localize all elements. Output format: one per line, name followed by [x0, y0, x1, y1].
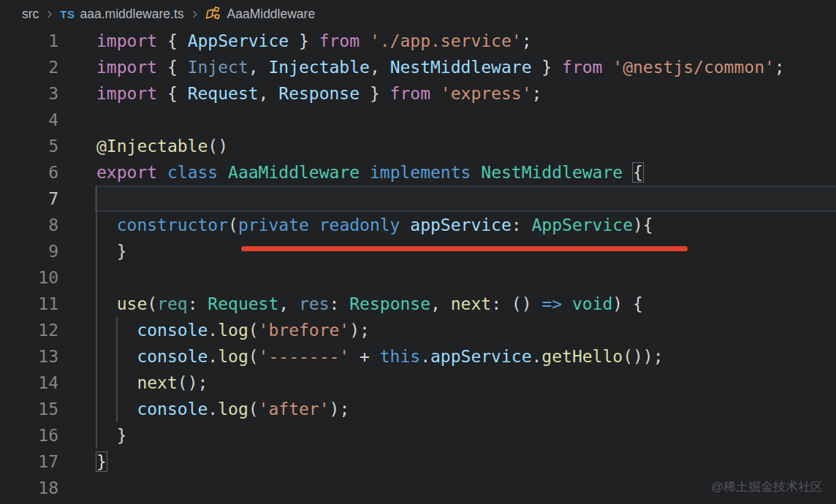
line-number[interactable]: 18	[0, 475, 58, 501]
code-line-content: use(req: Request, res: Response, next: (…	[95, 291, 836, 317]
line-number[interactable]: 5	[0, 133, 58, 159]
line-number[interactable]: 7	[0, 186, 58, 212]
code-line-15[interactable]: 15 console.log('after');	[0, 396, 836, 422]
gutter-decoration-space	[58, 238, 95, 264]
code-line-content	[95, 107, 836, 133]
code-line-content: next();	[95, 370, 836, 396]
code-line-4[interactable]: 4	[0, 107, 836, 133]
code-line-content: }	[95, 422, 836, 448]
breadcrumb: src TS aaa.middleware.ts AaaMiddleware	[0, 0, 836, 28]
code-line-12[interactable]: 12 console.log('brefore');	[0, 317, 836, 343]
gutter-decoration-space	[58, 291, 95, 317]
code-line-9[interactable]: 9 }	[0, 238, 836, 264]
gutter-decoration-space	[58, 80, 95, 107]
code-line-content: }	[95, 238, 836, 264]
gutter-decoration-space	[58, 159, 95, 186]
line-number[interactable]: 17	[0, 448, 58, 475]
indent-guide	[116, 317, 118, 422]
code-line-content: console.log('after');	[95, 396, 836, 422]
code-line-8[interactable]: 8 constructor(private readonly appServic…	[0, 212, 836, 238]
code-line-content: }	[95, 448, 836, 475]
code-line-13[interactable]: 13 console.log('-------' + this.appServi…	[0, 343, 836, 370]
code-line-content: @Injectable()	[95, 133, 836, 159]
code-line-5[interactable]: 5@Injectable()	[0, 133, 836, 159]
line-number[interactable]: 15	[0, 396, 58, 422]
code-line-content: constructor(private readonly appService:…	[95, 212, 836, 238]
watermark: @稀土掘金技术社区	[711, 478, 823, 495]
gutter-decoration-space	[58, 28, 95, 54]
code-line-content: console.log('-------' + this.appService.…	[95, 343, 836, 370]
line-number[interactable]: 1	[0, 28, 58, 54]
typescript-file-icon: TS	[60, 8, 75, 20]
line-number[interactable]: 4	[0, 107, 58, 133]
red-underline-annotation	[241, 246, 688, 251]
code-line-10[interactable]: 10	[0, 264, 836, 291]
line-number[interactable]: 13	[0, 343, 58, 370]
gutter-decoration-space	[58, 317, 95, 343]
line-number[interactable]: 10	[0, 264, 58, 291]
code-line-11[interactable]: 11 use(req: Request, res: Response, next…	[0, 291, 836, 317]
gutter-decoration-space	[58, 54, 95, 80]
code-line-6[interactable]: 6export class AaaMiddleware implements N…	[0, 159, 836, 186]
code-line-16[interactable]: 16 }	[0, 422, 836, 448]
code-line-1[interactable]: 1import { AppService } from './app.servi…	[0, 28, 836, 54]
gutter-decoration-space	[58, 186, 95, 212]
code-line-content: import { Inject, Injectable, NestMiddlew…	[95, 54, 836, 80]
gutter-decoration-space	[58, 475, 95, 501]
code-line-14[interactable]: 14 next();	[0, 370, 836, 396]
code-line-content	[95, 264, 836, 291]
indent-guide	[96, 186, 97, 448]
code-line-2[interactable]: 2import { Inject, Injectable, NestMiddle…	[0, 54, 836, 80]
breadcrumb-file[interactable]: TS aaa.middleware.ts	[60, 7, 183, 22]
line-number[interactable]: 16	[0, 422, 58, 448]
class-symbol-icon	[205, 6, 221, 22]
gutter-decoration-space	[58, 264, 95, 291]
breadcrumb-symbol-label: AaaMiddleware	[227, 7, 316, 22]
line-number[interactable]: 8	[0, 212, 58, 238]
gutter-decoration-space	[58, 133, 95, 159]
gutter-decoration-space	[58, 343, 95, 370]
line-number[interactable]: 2	[0, 54, 58, 80]
line-number[interactable]: 11	[0, 291, 58, 317]
line-number[interactable]: 3	[0, 80, 58, 107]
gutter-decoration-space	[58, 422, 95, 448]
code-line-3[interactable]: 3import { Request, Response } from 'expr…	[0, 80, 836, 107]
gutter-decoration-space	[58, 212, 95, 238]
code-line-content: export class AaaMiddleware implements Ne…	[95, 159, 836, 186]
gutter-decoration-space	[58, 396, 95, 422]
code-line-content: import { Request, Response } from 'expre…	[95, 80, 836, 107]
editor-content: 1import { AppService } from './app.servi…	[0, 28, 836, 504]
gutter-decoration-space	[58, 448, 95, 475]
chevron-right-icon	[189, 9, 200, 20]
line-number[interactable]: 12	[0, 317, 58, 343]
line-number[interactable]: 14	[0, 370, 58, 396]
chevron-right-icon	[44, 9, 55, 20]
code-line-17[interactable]: 17}	[0, 448, 836, 475]
gutter-decoration-space	[58, 370, 95, 396]
line-number[interactable]: 6	[0, 159, 58, 186]
breadcrumb-folder-label: src	[22, 7, 39, 22]
code-lines: 1import { AppService } from './app.servi…	[0, 28, 836, 501]
gutter-decoration-space	[58, 107, 95, 133]
code-line-7[interactable]: 7	[0, 186, 836, 212]
breadcrumb-file-label: aaa.middleware.ts	[80, 7, 184, 22]
code-line-content	[95, 186, 836, 212]
code-line-content: console.log('brefore');	[95, 317, 836, 343]
code-line-content: import { AppService } from './app.servic…	[95, 28, 836, 54]
line-number[interactable]: 9	[0, 238, 58, 264]
breadcrumb-folder-src[interactable]: src	[22, 7, 39, 22]
breadcrumb-symbol[interactable]: AaaMiddleware	[205, 6, 316, 22]
